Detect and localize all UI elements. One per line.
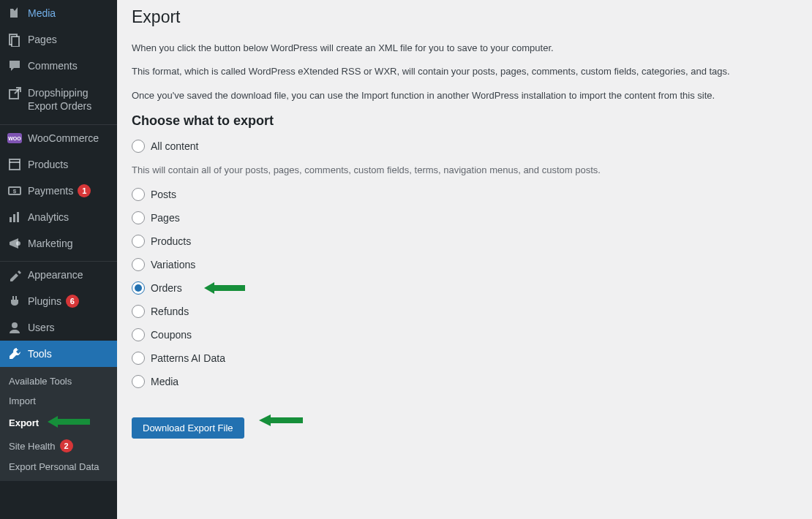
intro-text: When you click the button below WordPres…	[132, 41, 797, 103]
menu-label: Plugins	[28, 295, 61, 308]
analytics-icon	[7, 210, 22, 224]
option-label: All content	[151, 140, 198, 152]
svg-marker-14	[204, 282, 245, 294]
menu-label: Payments	[28, 184, 73, 197]
submenu-item-site-health[interactable]: Site Health2	[0, 435, 117, 457]
appearance-icon	[7, 268, 22, 282]
svg-rect-8	[10, 217, 12, 222]
option-label: Media	[151, 376, 178, 387]
svg-text:$: $	[13, 188, 17, 194]
menu-label: Analytics	[28, 211, 69, 224]
export-option-variations[interactable]: Variations	[132, 258, 797, 271]
radio-icon[interactable]	[132, 281, 145, 295]
submenu-label: Import	[9, 395, 36, 406]
submenu-item-export[interactable]: Export	[0, 411, 117, 435]
download-export-button[interactable]: Download Export File	[132, 417, 244, 439]
menu-label: Media	[28, 7, 56, 20]
svg-rect-1	[12, 37, 19, 47]
svg-marker-15	[259, 414, 303, 426]
export-option-patterns-ai-data[interactable]: Patterns AI Data	[132, 352, 797, 365]
radio-icon[interactable]	[132, 211, 145, 224]
radio-icon[interactable]	[132, 188, 145, 201]
section-heading: Choose what to export	[132, 113, 797, 129]
svg-point-12	[12, 322, 18, 328]
radio-icon[interactable]	[132, 305, 145, 318]
menu-label: Products	[28, 158, 68, 171]
option-label: Posts	[151, 189, 176, 200]
menu-label: Dropshipping Export Orders	[28, 86, 110, 113]
sidebar-item-pages[interactable]: Pages	[0, 26, 117, 53]
radio-icon[interactable]	[132, 258, 145, 271]
sidebar-item-comments[interactable]: Comments	[0, 53, 117, 79]
export-option-all-content[interactable]: All content	[132, 140, 797, 153]
svg-marker-13	[48, 416, 90, 428]
radio-icon[interactable]	[132, 375, 145, 388]
annotation-arrow	[259, 413, 303, 428]
sidebar-item-marketing[interactable]: Marketing	[0, 230, 117, 257]
svg-point-11	[16, 241, 20, 246]
menu-label: WooCommerce	[28, 132, 99, 145]
media-icon	[7, 6, 22, 20]
export-option-orders[interactable]: Orders	[132, 281, 797, 295]
submenu: Available ToolsImportExportSite Health2E…	[0, 367, 117, 481]
products-icon	[7, 157, 22, 172]
users-icon	[7, 320, 22, 335]
sidebar-item-plugins[interactable]: Plugins6	[0, 288, 117, 314]
sidebar-item-woocommerce[interactable]: WOOWooCommerce	[0, 124, 117, 151]
option-label: Variations	[151, 259, 195, 270]
svg-rect-10	[17, 212, 19, 222]
svg-rect-9	[13, 214, 15, 222]
submenu-item-import[interactable]: Import	[0, 391, 117, 411]
sidebar-item-media[interactable]: Media	[0, 0, 117, 26]
submenu-label: Export	[9, 417, 39, 428]
menu-label: Users	[28, 321, 55, 334]
radio-icon[interactable]	[132, 235, 145, 248]
export-option-posts[interactable]: Posts	[132, 188, 797, 201]
submenu-item-export-personal-data[interactable]: Export Personal Data	[0, 457, 117, 477]
export-option-refunds[interactable]: Refunds	[132, 305, 797, 318]
sidebar-item-analytics[interactable]: Analytics	[0, 204, 117, 230]
menu-label: Comments	[28, 59, 78, 72]
sidebar-item-payments[interactable]: $Payments1	[0, 178, 117, 204]
page-title: Export	[132, 0, 797, 31]
sidebar-item-dropshipping-export-orders[interactable]: Dropshipping Export Orders	[0, 79, 117, 120]
menu-label: Pages	[28, 33, 57, 46]
option-label: Refunds	[151, 306, 189, 317]
option-label: Pages	[151, 212, 180, 224]
radio-icon[interactable]	[132, 328, 145, 341]
radio-icon[interactable]	[132, 140, 145, 153]
annotation-arrow	[48, 415, 90, 431]
badge: 2	[60, 439, 73, 452]
export-option-coupons[interactable]: Coupons	[132, 328, 797, 341]
sidebar-item-products[interactable]: Products	[0, 151, 117, 178]
sidebar-item-tools[interactable]: Tools	[0, 341, 117, 367]
all-content-hint: This will contain all of your posts, pag…	[132, 163, 797, 178]
svg-text:WOO: WOO	[8, 136, 21, 141]
badge: 1	[78, 184, 91, 197]
plugins-icon	[7, 294, 22, 308]
sidebar-item-appearance[interactable]: Appearance	[0, 261, 117, 288]
external-icon	[7, 86, 22, 101]
admin-sidebar: MediaPagesCommentsDropshipping Export Or…	[0, 0, 117, 519]
tools-icon	[7, 346, 22, 361]
submenu-item-available-tools[interactable]: Available Tools	[0, 371, 117, 391]
menu-label: Appearance	[28, 268, 83, 281]
payments-icon: $	[7, 183, 22, 198]
option-label: Patterns AI Data	[151, 352, 225, 364]
export-option-media[interactable]: Media	[132, 375, 797, 388]
menu-label: Tools	[28, 347, 52, 360]
marketing-icon	[7, 236, 22, 251]
main-content: Export When you click the button below W…	[117, 0, 812, 519]
option-label: Coupons	[151, 329, 192, 341]
radio-icon[interactable]	[132, 352, 145, 365]
option-label: Orders	[151, 282, 182, 294]
menu-label: Marketing	[28, 237, 72, 250]
badge: 6	[66, 295, 79, 308]
comment-icon	[7, 58, 22, 73]
export-option-pages[interactable]: Pages	[132, 211, 797, 224]
sidebar-item-users[interactable]: Users	[0, 314, 117, 341]
export-option-products[interactable]: Products	[132, 235, 797, 248]
page-icon	[7, 32, 22, 47]
submenu-label: Export Personal Data	[9, 461, 99, 472]
submenu-label: Site Health	[9, 441, 56, 452]
